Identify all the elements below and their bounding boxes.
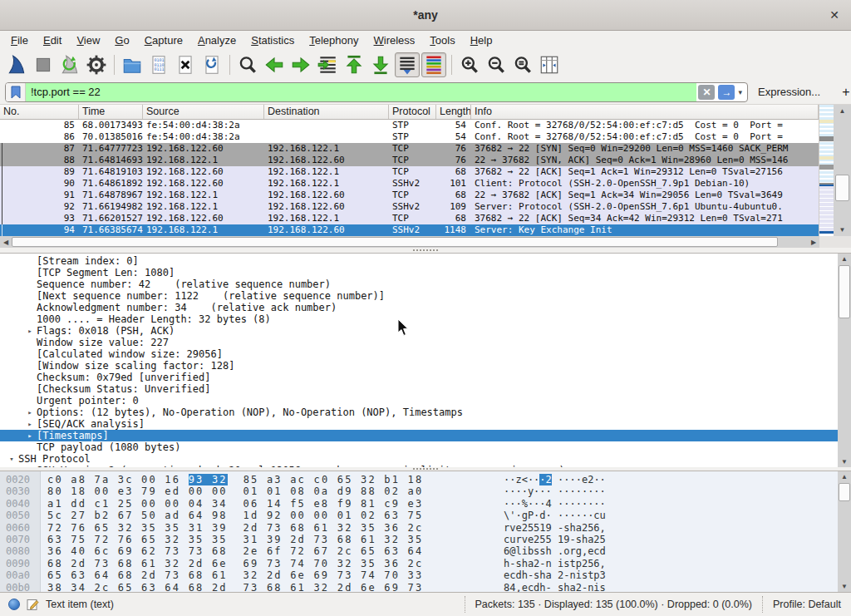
scroll-down-icon[interactable]: ▼ (838, 581, 851, 592)
zoom-out-button[interactable] (484, 52, 509, 77)
detail-tree-item[interactable]: ▸Flags: 0x018 (PSH, ACK) (0, 325, 838, 337)
intelligent-scrollbar-minimap[interactable] (819, 105, 834, 236)
go-to-packet-button[interactable] (315, 52, 340, 77)
hex-row-0060[interactable]: 006072 76 65 32 35 35 31 39 2d 73 68 61 … (0, 522, 838, 534)
detail-tree-item[interactable]: 1000 .... = Header Length: 32 bytes (8) (0, 313, 838, 325)
packet-row-87[interactable]: 8771.647777234192.168.122.60192.168.122.… (0, 143, 819, 155)
expand-arrow-icon[interactable]: ▸ (23, 430, 37, 441)
packet-row-93[interactable]: 9371.662015274192.168.122.60192.168.122.… (0, 213, 819, 224)
packet-list-horizontal-scrollbar[interactable]: ◀ ▶ (0, 236, 819, 248)
capture-comment-icon[interactable] (27, 599, 39, 611)
scrollbar-thumb[interactable] (835, 175, 849, 201)
detail-tree-item[interactable]: Window size value: 227 (0, 337, 838, 348)
go-forward-button[interactable] (288, 52, 313, 77)
detail-tree-item[interactable]: [Next sequence number: 1122 (relative se… (0, 290, 838, 302)
packet-row-91[interactable]: 9171.648789678192.168.122.1192.168.122.6… (0, 190, 819, 201)
go-first-button[interactable] (342, 52, 366, 77)
restart-capture-button[interactable] (57, 52, 82, 77)
hex-row-00b0[interactable]: 00b038 34 2c 65 63 64 68 2d 73 68 61 32 … (0, 582, 838, 592)
menu-statistics[interactable]: Statistics (243, 32, 302, 48)
menu-capture[interactable]: Capture (137, 32, 190, 48)
profile-label[interactable]: Profile: Default (762, 596, 851, 613)
detail-tree-item[interactable]: Sequence number: 42 (relative sequence n… (0, 278, 838, 290)
scrollbar-thumb[interactable] (12, 237, 778, 247)
packet-row-90[interactable]: 9071.648618924192.168.122.60192.168.122.… (0, 178, 819, 190)
column-header-protocol[interactable]: Protocol (389, 105, 436, 119)
scroll-up-icon[interactable]: ▲ (838, 254, 851, 264)
detail-tree-item[interactable]: Urgent pointer: 0 (0, 395, 838, 407)
hex-row-0090[interactable]: 009068 2d 73 68 61 32 2d 6e 69 73 74 70 … (0, 558, 838, 569)
close-file-button[interactable] (173, 52, 198, 77)
menu-tools[interactable]: Tools (422, 32, 462, 48)
hex-row-0020[interactable]: 0020c0 a8 7a 3c 00 16 93 32 85 a3 ac c0 … (0, 474, 838, 485)
scroll-down-icon[interactable]: ▼ (838, 456, 851, 467)
filter-history-caret[interactable]: ▾ (736, 88, 747, 96)
expand-arrow-icon[interactable]: ▸ (23, 325, 37, 337)
menu-view[interactable]: View (69, 32, 107, 48)
scrollbar-thumb[interactable] (839, 265, 850, 318)
expand-arrow-icon[interactable]: ▸ (23, 418, 37, 430)
capture-options-button[interactable] (84, 52, 109, 77)
expand-arrow-icon[interactable]: ▾ (5, 453, 18, 465)
column-header-no[interactable]: No. (0, 105, 79, 119)
scrollbar-thumb[interactable] (839, 483, 850, 501)
packet-row-85[interactable]: 8568.001734936fe:54:00:d4:38:2aSTP54Conf… (0, 120, 819, 131)
column-header-info[interactable]: Info (471, 105, 819, 119)
zoom-reset-button[interactable] (510, 52, 535, 77)
filter-apply-button[interactable]: → (718, 85, 735, 100)
detail-tree-item[interactable]: [Checksum Status: Unverified] (0, 383, 838, 395)
filter-bookmark-button[interactable] (6, 83, 26, 101)
filter-add-button[interactable]: + (837, 85, 851, 100)
menu-file[interactable]: File (3, 32, 36, 48)
menu-go[interactable]: Go (107, 32, 136, 48)
detail-tree-item[interactable]: ▾SSH Protocol (0, 453, 838, 465)
go-back-button[interactable] (262, 52, 287, 77)
detail-tree-item[interactable]: [Stream index: 0] (0, 255, 838, 267)
detail-tree-item[interactable]: ▸Options: (12 bytes), No-Operation (NOP)… (0, 407, 838, 418)
packet-row-86[interactable]: 8670.013850163fe:54:00:d4:38:2aSTP54Conf… (0, 131, 819, 143)
packet-row-94[interactable]: 9471.663856741192.168.122.1192.168.122.6… (0, 224, 819, 236)
reload-file-button[interactable] (199, 52, 224, 77)
scroll-right-icon[interactable]: ▶ (808, 236, 819, 248)
menu-analyze[interactable]: Analyze (190, 32, 243, 48)
detail-vertical-scrollbar[interactable]: ▲ ▼ (838, 254, 851, 467)
column-header-length[interactable]: Length (436, 105, 471, 119)
scroll-up-icon[interactable]: ▲ (834, 105, 851, 117)
hex-row-00a0[interactable]: 00a065 63 64 68 2d 73 68 61 32 2d 6e 69 … (0, 569, 838, 581)
hex-row-0030[interactable]: 003080 18 00 e3 79 ed 00 00 01 01 08 0a … (0, 485, 838, 497)
menu-wireless[interactable]: Wireless (366, 32, 423, 48)
expand-arrow-icon[interactable]: ▸ (23, 407, 37, 418)
detail-tree-item[interactable]: Acknowledgment number: 34 (relative ack … (0, 302, 838, 313)
save-file-button[interactable]: 010101100111 (146, 52, 171, 77)
detail-tree-item[interactable]: [Calculated window size: 29056] (0, 348, 838, 360)
start-capture-button[interactable] (4, 52, 29, 77)
detail-tree-item[interactable]: [TCP Segment Len: 1080] (0, 267, 838, 278)
colorize-button[interactable] (421, 52, 446, 77)
packet-row-89[interactable]: 8971.648191037192.168.122.60192.168.122.… (0, 166, 819, 178)
packet-list-vertical-scrollbar[interactable]: ▲ ▼ (834, 105, 851, 236)
scroll-left-icon[interactable]: ◀ (0, 236, 12, 248)
resize-columns-button[interactable] (537, 52, 562, 77)
menu-help[interactable]: Help (463, 32, 500, 48)
open-file-button[interactable] (120, 52, 145, 77)
stop-capture-button[interactable] (31, 52, 56, 77)
column-header-destination[interactable]: Destination (264, 105, 389, 119)
packet-row-88[interactable]: 8871.648146932192.168.122.1192.168.122.6… (0, 155, 819, 166)
zoom-in-button[interactable] (457, 52, 482, 77)
menu-telephony[interactable]: Telephony (302, 32, 366, 48)
expert-info-icon[interactable] (8, 599, 20, 610)
hex-row-0070[interactable]: 007063 75 72 76 65 32 35 35 31 39 2d 73 … (0, 534, 838, 545)
detail-tree-item[interactable]: TCP payload (1080 bytes) (0, 441, 838, 453)
packet-row-92[interactable]: 9271.661949820192.168.122.1192.168.122.6… (0, 201, 819, 213)
display-filter-input[interactable]: !tcp.port == 22 (26, 83, 696, 101)
detail-tree-item[interactable]: [Window size scaling factor: 128] (0, 360, 838, 372)
go-last-button[interactable] (368, 52, 393, 77)
find-packet-button[interactable] (235, 52, 260, 77)
scroll-down-icon[interactable]: ▼ (834, 224, 851, 236)
scroll-up-icon[interactable]: ▲ (838, 471, 851, 482)
bytes-vertical-scrollbar[interactable]: ▲ ▼ (838, 471, 851, 592)
expression-button[interactable]: Expression... (758, 86, 820, 98)
hex-row-0080[interactable]: 008036 40 6c 69 62 73 73 68 2e 6f 72 67 … (0, 545, 838, 557)
menu-edit[interactable]: Edit (36, 32, 69, 48)
column-header-time[interactable]: Time (79, 105, 143, 119)
